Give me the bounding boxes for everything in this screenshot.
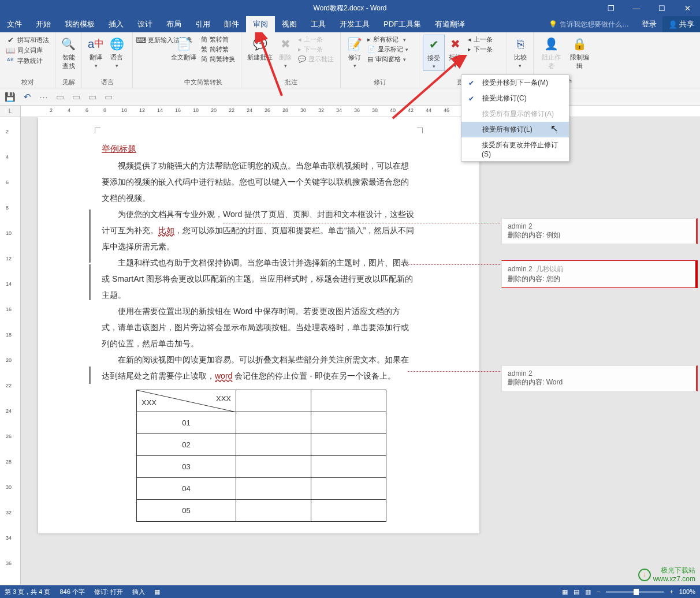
full-translate-button[interactable]: 📄全文翻译 (169, 35, 199, 64)
menu-item[interactable]: 接受所有更改并停止修订(S) (461, 137, 569, 161)
tab-templates[interactable]: 我的模板 (58, 16, 102, 32)
tab-pdf[interactable]: PDF工具集 (377, 16, 428, 32)
prev-comment-button[interactable]: ◂上一条 (296, 35, 336, 44)
view-read-button[interactable]: ▤ (574, 588, 579, 596)
tab-developer[interactable]: 开发工具 (333, 16, 377, 32)
show-comments-button[interactable]: 💬显示批注 (296, 54, 336, 64)
table-cell: 01 (137, 412, 236, 434)
revision-comment[interactable]: admin 2删除的内容: 例如 (501, 218, 698, 244)
ruler-corner: L (0, 106, 21, 117)
next-icon: ▸ (468, 46, 471, 53)
link-text: 比如 (158, 226, 174, 235)
revision-comment[interactable]: admin 2删除的内容: Word (501, 365, 698, 391)
reject-icon: ✖ (447, 36, 463, 52)
tab-view[interactable]: 视图 (275, 16, 304, 32)
count-icon: ᴬᴮ (6, 56, 15, 65)
track-changes-button[interactable]: 📝修订▾ (344, 35, 365, 70)
update-ime-button[interactable]: ⌨更新输入法词典 (136, 35, 162, 45)
revision-comment[interactable]: admin 2几秒以前删除的内容: 您的 (501, 260, 698, 288)
annotation-arrow (388, 55, 469, 124)
show-markup-button[interactable]: 📄显示标记▾ (365, 44, 411, 54)
heading: 举例标题 (102, 144, 136, 154)
compare-icon: ⎘ (512, 36, 528, 52)
markup-select[interactable]: ▸所有标记▾ (365, 35, 411, 44)
horizontal-ruler[interactable]: 2468101214161820222426283032343638404244… (21, 106, 700, 117)
svg-line-1 (260, 37, 282, 96)
trad-to-simp-button[interactable]: 简繁转简 (199, 35, 237, 44)
menu-item[interactable]: ✔接受此修订(C) (461, 91, 569, 106)
paragraph: 使用在需要位置出现的新按钮在 Word 中保存时间。若要更改图片适应文档的方式，… (102, 303, 416, 352)
word-count[interactable]: 846 个字 (59, 588, 84, 596)
tab-file[interactable]: 文件 (0, 16, 29, 32)
change-connector (408, 371, 512, 372)
document-content[interactable]: 举例标题 视频提供了功能强大的方法帮助您证明您的观点。当您单击联机视频时，可以在… (38, 117, 479, 533)
link-text: word (215, 371, 232, 380)
vertical-ruler[interactable]: 24681012141618202224262830323436 (0, 117, 21, 585)
view-print-button[interactable]: ▦ (562, 588, 568, 596)
minimize-button[interactable]: — (624, 0, 649, 16)
status-icon[interactable]: ▦ (154, 588, 160, 596)
language-button[interactable]: 🌐语言▾ (106, 35, 127, 70)
undo-button[interactable]: ↶ (24, 92, 31, 102)
zoom-out-button[interactable]: − (597, 588, 600, 595)
zoom-slider[interactable] (606, 591, 664, 593)
prev-change-button[interactable]: ◂上一条 (466, 35, 495, 44)
tab-youdao[interactable]: 有道翻译 (428, 16, 472, 32)
save-button[interactable]: 💾 (5, 92, 16, 102)
tab-tools[interactable]: 工具 (304, 16, 333, 32)
table-cell (236, 390, 311, 412)
ribbon-options-button[interactable]: ❐ (598, 0, 624, 16)
tab-layout[interactable]: 布局 (159, 16, 188, 32)
document-page[interactable]: 举例标题 视频提供了功能强大的方法帮助您证明您的观点。当您单击联机视频时，可以在… (38, 117, 479, 533)
tell-me-input[interactable]: 💡告诉我您想要做什么… (542, 17, 636, 32)
close-button[interactable]: ✕ (675, 0, 700, 16)
simp-trad-convert-button[interactable]: 简简繁转换 (199, 54, 237, 64)
block-authors-button[interactable]: 👤阻止作者 (537, 35, 565, 72)
maximize-button[interactable]: ☐ (649, 0, 675, 16)
smart-lookup-button[interactable]: 🔍智能查找 (59, 35, 78, 72)
word-count-button[interactable]: ᴬᴮ字数统计 (3, 55, 51, 66)
qat-button[interactable]: ▭ (56, 92, 64, 102)
next-comment-button[interactable]: ▸下一条 (296, 44, 336, 54)
login-button[interactable]: 登录 (636, 16, 662, 32)
tab-review[interactable]: 审阅 (246, 16, 275, 32)
tab-insert[interactable]: 插入 (102, 16, 131, 32)
table-header-cell: XXX XXX (137, 390, 236, 412)
view-web-button[interactable]: ▥ (585, 588, 591, 596)
lock-icon: 🔒 (572, 36, 588, 52)
next-change-button[interactable]: ▸下一条 (466, 44, 495, 54)
translate-button[interactable]: a中翻译▾ (85, 35, 106, 70)
tab-home[interactable]: 开始 (29, 16, 58, 32)
document-table[interactable]: XXX XXX 01 02 03 04 05 (136, 390, 386, 522)
qat-more-button[interactable]: ⋯ (39, 92, 48, 102)
table-cell: 02 (137, 434, 236, 456)
title-bar: Word教程2.docx - Word ❐ — ☐ ✕ (0, 0, 700, 16)
menu-item[interactable]: ✔接受并移到下一条(M) (461, 75, 569, 91)
compare-button[interactable]: ⎘比较▾ (511, 35, 530, 70)
simp-icon: 简 (201, 35, 207, 44)
qat-button[interactable]: ▭ (105, 92, 113, 102)
qat-button[interactable]: ▭ (88, 92, 96, 102)
margin-marker (95, 128, 100, 133)
tab-mailings[interactable]: 邮件 (217, 16, 246, 32)
share-button[interactable]: 👤共享 (662, 16, 700, 32)
accept-dropdown-menu: ✔接受并移到下一条(M)✔接受此修订(C)接受所有显示的修订(A)接受所有修订(… (461, 74, 569, 162)
track-status[interactable]: 修订: 打开 (94, 588, 123, 596)
spell-check-button[interactable]: ✔拼写和语法 (3, 35, 51, 45)
change-bar (89, 264, 91, 300)
table-cell: 05 (137, 500, 236, 522)
zoom-level[interactable]: 100% (679, 588, 695, 595)
page-indicator[interactable]: 第 3 页，共 4 页 (5, 588, 50, 596)
insert-mode[interactable]: 插入 (132, 588, 145, 596)
qat-button[interactable]: ▭ (72, 92, 80, 102)
thesaurus-button[interactable]: 📖同义词库 (3, 45, 51, 55)
window-title: Word教程2.docx - Word (314, 3, 387, 13)
watermark-logo-icon: ↓ (638, 569, 651, 581)
zoom-in-button[interactable]: + (669, 588, 673, 595)
next-icon: ▸ (298, 46, 301, 53)
watermark: ↓ 极光下载站www.xz7.com (638, 566, 695, 583)
restrict-edit-button[interactable]: 🔒限制编辑 (565, 35, 594, 72)
tab-design[interactable]: 设计 (131, 16, 159, 32)
tab-references[interactable]: 引用 (188, 16, 217, 32)
simp-to-trad-button[interactable]: 繁简转繁 (199, 44, 237, 54)
